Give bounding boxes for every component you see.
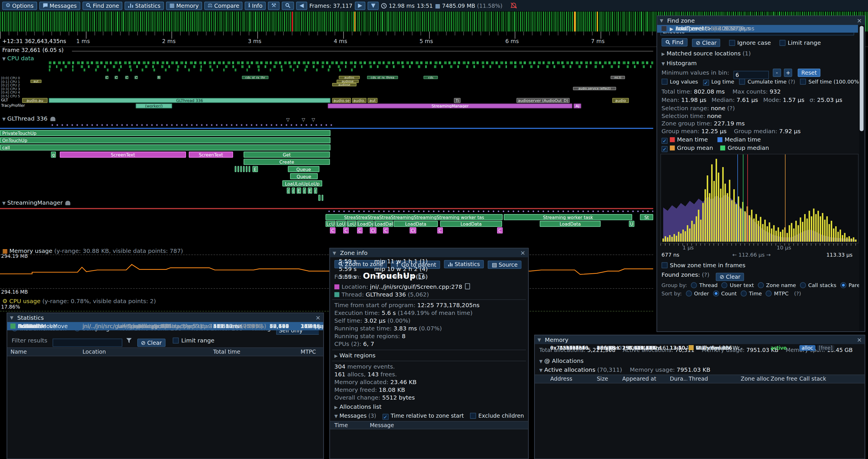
timeline-zone[interactable]: Create (244, 159, 330, 165)
timeline-zone[interactable]: LoadDaU (374, 221, 393, 227)
allocation-row[interactable]: 0x7553b9fbf0 16 bytes 296,661,186ns 13:5… (535, 344, 865, 352)
zone-location[interactable]: Location: jni/../jni/src/guif/Screen.cpp… (334, 283, 524, 290)
statistics-button[interactable]: Statistics (125, 1, 164, 10)
timeline-zone[interactable]: ( (287, 188, 290, 194)
cpu-zone[interactable]: cds_ol_rx_threa (367, 76, 398, 79)
cpu-zone[interactable]: C (115, 76, 118, 79)
timeline-zone[interactable] (248, 166, 250, 172)
cpu-zone[interactable]: audios (339, 76, 360, 79)
timeline-zone[interactable]: E (308, 188, 312, 194)
zone-time-histogram[interactable] (660, 154, 859, 243)
time-relative-checkbox[interactable]: ✓Time relative to zone start (382, 413, 464, 419)
ignore-case-checkbox[interactable]: Ignore case (729, 39, 771, 46)
statistics-table-row[interactable]: Unload jni/../jni/src/claw/graphics/pixe… (7, 322, 323, 330)
cpu-zone[interactable]: audio.au (22, 98, 48, 102)
goto-search-button[interactable] (282, 1, 294, 10)
notifications-muted-icon[interactable] (510, 2, 517, 9)
limit-range-checkbox[interactable]: Limit range (173, 337, 214, 343)
memory-titlebar[interactable]: ▼Memory× (535, 335, 865, 344)
close-icon[interactable]: × (315, 314, 320, 321)
group-by-radio[interactable]: Call stacks (800, 282, 836, 288)
cpu-zone[interactable]: audio. (352, 98, 367, 102)
zone-thread[interactable]: Thread: GLThread 336 (5,062) (334, 291, 524, 298)
timeline-zone[interactable]: StreaStreaStreaStreaStreamingStreamingSt… (326, 214, 503, 220)
timeline-zone[interactable]: E (297, 188, 301, 194)
options-button[interactable]: ⚙Options (2, 1, 37, 10)
timeline-zone[interactable]: LoadData (440, 221, 502, 227)
timeline-zone[interactable]: OnTouchUp (0, 137, 331, 143)
group-by-radio[interactable]: Thread (691, 282, 718, 288)
cpu-zone[interactable]: audio.service (effect) (573, 87, 616, 90)
cpu-zone[interactable]: Ti (454, 98, 460, 102)
timeline-zone[interactable]: C (357, 227, 363, 233)
compare-button[interactable]: ⚖Compare (204, 1, 243, 10)
group-by-radio[interactable]: Zone name (758, 282, 796, 288)
timeline-zone[interactable]: St (640, 214, 653, 220)
cpu-zone[interactable]: C (125, 76, 129, 79)
limit-range-checkbox[interactable]: Limit range (779, 39, 821, 46)
decrement-button[interactable]: - (773, 69, 781, 77)
group-mean-checkbox[interactable]: ✓Group mean (661, 144, 713, 151)
group-median-legend[interactable]: Group median (720, 144, 769, 151)
active-allocations-toggle[interactable]: ▼Active allocations (70,311)Memory usage… (539, 366, 860, 373)
prev-frame-button[interactable]: ◀ (296, 1, 307, 10)
cpu-zone[interactable]: StreamingManager (328, 103, 572, 108)
timeline-zone[interactable] (238, 166, 239, 172)
sort-by-radio[interactable]: MTPC (766, 291, 789, 297)
timeline-zone[interactable]: LoU (336, 221, 346, 227)
sort-by-radio[interactable]: Time (741, 291, 762, 297)
filter-input[interactable] (53, 339, 122, 347)
found-zone-group-row[interactable]: ▶<no parent> (9) 225.73 µs (657, 25, 858, 32)
timeline-zone[interactable]: ( (314, 188, 317, 194)
find-zone-titlebar[interactable]: ▼Find zone× (657, 16, 865, 25)
mean-time-checkbox[interactable]: ✓Mean time (661, 136, 708, 143)
cpu-zone[interactable]: C (134, 76, 138, 79)
timeline-zone[interactable]: call (0, 144, 331, 151)
message-dots[interactable] (49, 124, 334, 127)
ghost-zones-icon[interactable] (50, 117, 55, 121)
message-row[interactable]: 5.59 smip 10 w 2 h 2 (4) (334, 265, 528, 273)
timeline-zone[interactable] (235, 166, 237, 172)
message-row[interactable]: 5.59 smip 9 w 4 h 4 (16) (334, 273, 528, 281)
funnel-icon[interactable] (126, 338, 132, 343)
cpu-zone[interactable]: cds (423, 76, 438, 79)
clear-button[interactable]: ⊘Clear (692, 39, 720, 47)
clear-found-button[interactable]: ⊘Clear (716, 273, 744, 281)
timeline-zone[interactable]: C (343, 227, 349, 233)
timeline-zone[interactable]: g (51, 152, 56, 158)
close-icon[interactable]: × (520, 249, 525, 256)
scrollbar-thumb[interactable] (860, 26, 863, 131)
timeline-zone[interactable]: Queue (290, 173, 318, 179)
timeline-zone[interactable]: Streaming worker task (504, 214, 632, 220)
zone-info-titlebar[interactable]: ▼Zone info× (330, 248, 528, 257)
timeline-zone[interactable]: Queue (288, 166, 319, 172)
timeline-zone[interactable] (246, 166, 248, 172)
cpu-zone[interactable]: audio.se (332, 98, 351, 102)
memory-usage-header[interactable]: ▦Memory usage (y-range: 30.88 KB, visibl… (2, 248, 183, 254)
find-zone-scrollbar[interactable] (859, 26, 864, 331)
increment-button[interactable]: + (784, 69, 792, 77)
cpu-data-header[interactable]: ▼CPU data (2, 55, 34, 61)
memory-table-header[interactable]: AddressSizeAppeared atDura...ThreadZone … (535, 374, 865, 384)
timeline-zone[interactable]: C (437, 227, 443, 233)
glthread-header[interactable]: ▼GLThread 336 (2, 115, 56, 122)
timeline-zone[interactable]: U (629, 221, 634, 227)
timeline-zone[interactable]: C (497, 227, 503, 233)
timeline-zone[interactable]: Get (244, 152, 330, 158)
allocations-tab-toggle[interactable]: ▼@ Allocations (539, 357, 860, 364)
cpu-zone[interactable]: audiose (337, 79, 359, 83)
exclude-children-checkbox[interactable]: Exclude children (470, 413, 524, 419)
clear-filter-button[interactable]: ⊘Clear (137, 339, 165, 347)
next-frame-button[interactable]: ▶ (355, 1, 366, 10)
copy-icon[interactable] (465, 283, 470, 289)
group-by-radio[interactable]: Parent (840, 282, 860, 288)
cpu-zone[interactable]: TracyProfiler (1, 103, 34, 108)
close-icon[interactable]: × (857, 336, 862, 343)
close-icon[interactable]: × (857, 17, 862, 24)
cpu-zone[interactable]: GLT (1, 98, 19, 102)
timeline-zone[interactable]: LoadData (394, 221, 438, 227)
timeline-zone[interactable]: ScreenText (60, 152, 186, 158)
timeline-zone[interactable]: LcU (326, 221, 336, 227)
messages-button[interactable]: Messages (39, 1, 80, 10)
median-time-legend[interactable]: Median time (717, 136, 761, 143)
